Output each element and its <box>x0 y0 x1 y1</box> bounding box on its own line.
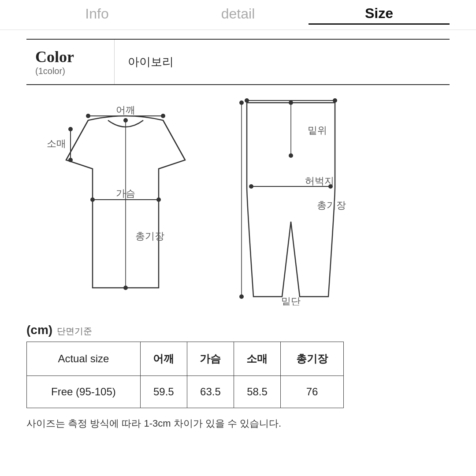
tab-navigation: Info detail Size <box>0 0 476 30</box>
tab-detail[interactable]: detail <box>167 6 309 24</box>
color-subtitle: (1color) <box>35 66 105 76</box>
col-shoulder: 어깨 <box>140 342 187 376</box>
tab-size[interactable]: Size <box>309 5 450 25</box>
col-sleeve: 소매 <box>234 342 280 376</box>
tab-info[interactable]: Info <box>26 6 167 24</box>
svg-text:소매: 소매 <box>47 138 66 149</box>
svg-point-30 <box>239 294 244 299</box>
col-total-length: 총기장 <box>281 342 344 376</box>
svg-point-10 <box>68 158 73 162</box>
color-label: Color (1color) <box>26 40 115 84</box>
svg-point-25 <box>249 184 253 189</box>
svg-text:밑위: 밑위 <box>308 125 327 136</box>
svg-point-22 <box>289 153 293 158</box>
svg-point-14 <box>123 286 128 290</box>
svg-point-13 <box>123 118 128 123</box>
svg-point-21 <box>289 100 293 105</box>
svg-text:허리: 허리 <box>281 98 301 99</box>
size-unit: (cm) 단면기준 <box>26 323 450 337</box>
svg-point-9 <box>68 127 73 131</box>
svg-text:총기장: 총기장 <box>317 200 346 211</box>
disclaimer-text: 사이즈는 측정 방식에 따라 1-3cm 차이가 있을 수 있습니다. <box>26 417 450 430</box>
color-section: Color (1color) 아이보리 <box>26 39 450 85</box>
svg-point-1 <box>86 114 90 118</box>
size-table: Actual size 어깨 가슴 소매 총기장 Free (95-105) 5… <box>26 342 344 408</box>
svg-text:어깨: 어깨 <box>116 104 135 115</box>
main-content: Color (1color) 아이보리 어깨 가슴 <box>0 30 476 430</box>
svg-text:총기장: 총기장 <box>135 231 164 242</box>
color-title: Color <box>35 48 105 66</box>
pants-diagram: 허리 밑위 허벅지 총기장 밑단 <box>234 98 348 305</box>
svg-point-17 <box>245 98 249 103</box>
table-header-row: Actual size 어깨 가슴 소매 총기장 <box>27 342 344 376</box>
col-chest: 가슴 <box>187 342 234 376</box>
svg-text:허벅지: 허벅지 <box>305 175 334 186</box>
svg-point-18 <box>333 98 337 103</box>
shirt-diagram: 어깨 가슴 소매 총기장 <box>44 103 207 301</box>
table-row: Free (95-105) 59.5 63.5 58.5 76 <box>27 376 344 408</box>
svg-point-29 <box>239 100 244 105</box>
svg-text:밑단: 밑단 <box>281 296 301 305</box>
color-value: 아이보리 <box>115 46 187 78</box>
unit-note: 단면기준 <box>57 325 92 337</box>
svg-point-6 <box>156 197 161 202</box>
cell-sleeve: 58.5 <box>234 376 280 408</box>
diagram-section: 어깨 가슴 소매 총기장 허리 <box>26 98 450 305</box>
cell-shoulder: 59.5 <box>140 376 187 408</box>
cell-size: Free (95-105) <box>27 376 141 408</box>
col-actual-size: Actual size <box>27 342 141 376</box>
unit-label: (cm) <box>26 323 52 337</box>
cell-total-length: 76 <box>281 376 344 408</box>
cell-chest: 63.5 <box>187 376 234 408</box>
svg-point-2 <box>161 114 165 118</box>
svg-point-5 <box>90 197 95 202</box>
